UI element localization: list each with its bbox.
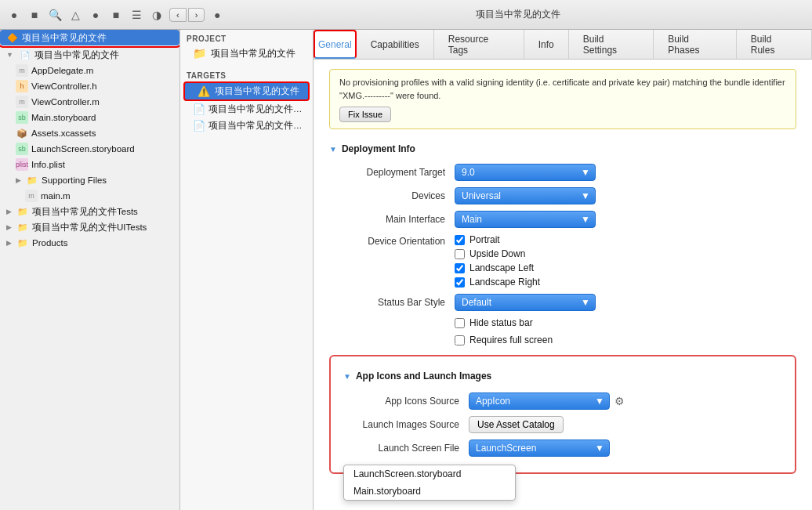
portrait-checkbox[interactable]: [455, 235, 465, 245]
nav-back-button[interactable]: ‹: [169, 8, 187, 22]
status-bar-label: Status Bar Style: [329, 297, 455, 308]
sidebar-item-2[interactable]: h ViewController.h: [0, 78, 179, 94]
status-bar-chevron: ▼: [581, 297, 590, 308]
folder-icon-tests: 📁: [16, 205, 29, 218]
toolbar-icon-4[interactable]: ●: [88, 7, 103, 23]
dropdown-item-mainstoryboard[interactable]: Main.storyboard: [344, 483, 515, 500]
toolbar-icon-1[interactable]: ●: [6, 7, 22, 23]
toolbar-icon-8[interactable]: ●: [209, 7, 225, 23]
launch-screen-value: LaunchScreen: [476, 443, 536, 454]
sidebar-label-products: Products: [32, 238, 67, 248]
full-screen-control: Requires full screen: [455, 335, 796, 345]
deployment-target-select[interactable]: 9.0 ▼: [455, 164, 596, 181]
deployment-section-header: ▼ Deployment Info: [329, 139, 796, 159]
tab-capabilities[interactable]: Capabilities: [357, 30, 434, 59]
toolbar: ● ■ 🔍 △ ● ■ ☰ ◑ ‹ › ● 项目当中常见的文件: [0, 0, 812, 30]
nav-pane: PROJECT 📁 项目当中常见的文件 TARGETS ⚠️ 项目当中常见的文件…: [180, 30, 314, 510]
folder-icon-uitests: 📁: [16, 221, 29, 233]
launch-screen-control: LaunchScreen ▼ LaunchScreen.storyboard M…: [469, 439, 782, 457]
main-interface-row: Main Interface Main ▼: [329, 211, 796, 228]
sidebar-item-5[interactable]: 📦 Assets.xcassets: [0, 125, 179, 141]
sidebar-item-6[interactable]: sb LaunchScreen.storyboard: [0, 141, 179, 157]
toolbar-icon-7[interactable]: ◑: [149, 7, 165, 23]
launch-images-source-control: Use Asset Catalog: [469, 416, 782, 433]
nav-target-2-label: 项目当中常见的文件…: [208, 120, 303, 132]
toolbar-icon-5[interactable]: ■: [108, 7, 124, 23]
deployment-triangle[interactable]: ▼: [329, 145, 337, 154]
landscape-left-row: Landscape Left: [455, 262, 796, 273]
main-interface-select[interactable]: Main ▼: [455, 211, 596, 228]
landscape-right-checkbox[interactable]: [455, 277, 465, 288]
app-icons-source-select[interactable]: AppIcon ▼: [469, 392, 610, 410]
app-icons-triangle[interactable]: ▼: [343, 372, 351, 381]
app-icons-source-label: App Icons Source: [343, 396, 469, 407]
nav-forward-button[interactable]: ›: [188, 8, 205, 22]
full-screen-checkbox[interactable]: [455, 335, 465, 345]
toolbar-icon-2[interactable]: ■: [27, 7, 42, 23]
nav-target-active-icon: ⚠️: [198, 85, 210, 97]
nav-target-active-label: 项目当中常见的文件: [215, 85, 299, 97]
toolbar-icon-3[interactable]: △: [67, 7, 83, 23]
tab-build-phases[interactable]: Build Phases: [654, 30, 736, 59]
sidebar-label-6: LaunchScreen.storyboard: [31, 144, 135, 154]
devices-value: Universal: [462, 190, 501, 201]
tab-info[interactable]: Info: [524, 30, 569, 59]
status-bar-control: Default ▼: [455, 294, 796, 311]
status-bar-select[interactable]: Default ▼: [455, 294, 596, 311]
file-icon-0: 📄: [19, 49, 31, 61]
gear-icon[interactable]: ⚙: [614, 395, 625, 407]
hide-status-row: Hide status bar: [329, 317, 796, 328]
use-asset-catalog-button[interactable]: Use Asset Catalog: [469, 416, 564, 433]
hide-status-checkbox[interactable]: [455, 318, 465, 328]
sidebar-label-4: Main.storyboard: [31, 113, 96, 122]
sidebar-item-0[interactable]: ▼ 📄 项目当中常见的文件: [0, 47, 179, 63]
nav-target-1-label: 项目当中常见的文件…: [208, 103, 303, 115]
sidebar-item-supporting[interactable]: ▶ 📁 Supporting Files: [0, 172, 179, 188]
tab-general[interactable]: General: [314, 30, 357, 59]
deployment-target-value: 9.0: [462, 167, 475, 178]
nav-project-item[interactable]: 📁 项目当中常见的文件: [180, 45, 313, 62]
sidebar-item-4[interactable]: sb Main.storyboard: [0, 110, 179, 125]
nav-target-active[interactable]: ⚠️ 项目当中常见的文件: [183, 81, 310, 101]
toolbar-icon-6[interactable]: ☰: [129, 7, 144, 23]
upsidedown-checkbox[interactable]: [455, 249, 465, 259]
tab-build-settings-label: Build Settings: [583, 34, 640, 56]
landscape-left-checkbox[interactable]: [455, 263, 465, 273]
device-orientation-label: Device Orientation: [329, 234, 455, 247]
launch-screen-label: Launch Screen File: [343, 443, 469, 454]
app-icons-source-row: App Icons Source AppIcon ▼ ⚙: [343, 392, 782, 410]
status-bar-row: Status Bar Style Default ▼: [329, 294, 796, 311]
search-icon[interactable]: 🔍: [47, 7, 63, 23]
main-interface-control: Main ▼: [455, 211, 796, 228]
tab-resource-tags[interactable]: Resource Tags: [434, 30, 524, 59]
deployment-target-label: Deployment Target: [329, 167, 455, 178]
launch-screen-select[interactable]: LaunchScreen ▼: [469, 439, 610, 457]
sidebar-item-label-root: 项目当中常见的文件: [22, 32, 107, 44]
sidebar-item-root[interactable]: 🔶 项目当中常见的文件: [0, 30, 179, 45]
full-screen-checkbox-row: Requires full screen: [455, 335, 796, 345]
sidebar-item-uitests[interactable]: ▶ 📁 项目当中常见的文件UITests: [0, 219, 179, 235]
sidebar-item-7[interactable]: plist Info.plist: [0, 157, 179, 172]
sidebar-item-3[interactable]: m ViewController.m: [0, 94, 179, 110]
tab-build-settings[interactable]: Build Settings: [569, 30, 654, 59]
tab-build-rules[interactable]: Build Rules: [737, 30, 812, 59]
sidebar-item-products[interactable]: ▶ 📁 Products: [0, 235, 179, 251]
folder-icon-supporting: 📁: [26, 174, 38, 186]
sidebar-label-3: ViewController.m: [31, 97, 100, 107]
sidebar-item-tests[interactable]: ▶ 📁 项目当中常见的文件Tests: [0, 204, 179, 219]
nav-target-2[interactable]: 📄 项目当中常见的文件…: [180, 118, 313, 134]
sidebar-item-mainm[interactable]: m main.m: [0, 188, 179, 204]
file-icon-mainm: m: [25, 190, 38, 202]
app-icons-source-value: AppIcon: [476, 396, 510, 407]
fix-issue-button[interactable]: Fix Issue: [339, 107, 391, 122]
folder-icon-products: 📁: [16, 237, 29, 249]
tab-resource-tags-label: Resource Tags: [448, 34, 509, 56]
tab-bar: General Capabilities Resource Tags Info …: [314, 30, 812, 60]
warning-box: No provisioning profiles with a valid si…: [329, 69, 796, 129]
sidebar-item-1[interactable]: m AppDelegate.m: [0, 63, 179, 78]
project-icon: 🔶: [6, 31, 19, 44]
dropdown-item-launchscreen[interactable]: LaunchScreen.storyboard: [344, 465, 515, 483]
nav-target-1[interactable]: 📄 项目当中常见的文件…: [180, 101, 313, 118]
devices-select[interactable]: Universal ▼: [455, 187, 596, 204]
hide-status-control: Hide status bar: [455, 317, 796, 328]
